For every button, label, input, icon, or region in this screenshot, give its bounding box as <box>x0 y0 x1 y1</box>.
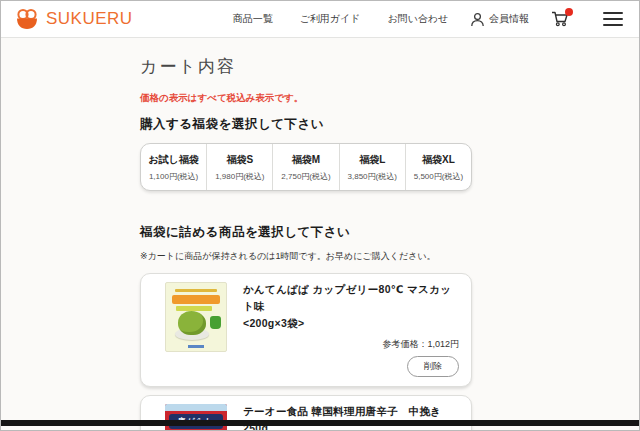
footer-bar <box>1 420 639 426</box>
account-link[interactable]: 会員情報 <box>470 12 529 27</box>
cart-button[interactable] <box>551 11 569 27</box>
bag-option-m[interactable]: 福袋M 2,750円(税込) <box>272 144 338 190</box>
main-nav: 商品一覧 ご利用ガイド お問い合わせ <box>233 12 449 26</box>
bag-option-name: お試し福袋 <box>141 153 206 167</box>
tax-included-note: 価格の表示はすべて税込み表示です。 <box>140 92 472 105</box>
bag-option-price: 1,100円(税込) <box>141 171 206 182</box>
header-actions: 会員情報 <box>470 11 623 27</box>
logo-text: SUKUERU <box>46 9 133 29</box>
site-logo[interactable]: SUKUERU <box>14 8 133 30</box>
bag-option-name: 福袋M <box>273 153 338 167</box>
bag-option-table: お試し福袋 1,100円(税込) 福袋S 1,980円(税込) 福袋M 2,75… <box>140 143 472 191</box>
cart-item-details: かんてんぱぱ カップゼリー80℃ マスカット味 <200g×3袋> 参考価格：1… <box>243 281 459 377</box>
user-icon <box>470 12 485 27</box>
reference-price: 参考価格：1,012円 <box>243 338 459 351</box>
bag-section-heading: 購入する福袋を選択して下さい <box>140 116 472 133</box>
bag-option-price: 5,500円(税込) <box>406 171 471 182</box>
main-area: カート内容 価格の表示はすべて税込み表示です。 購入する福袋を選択して下さい お… <box>1 38 639 426</box>
page-title: カート内容 <box>140 38 472 78</box>
site-header: SUKUERU 商品一覧 ご利用ガイド お問い合わせ 会員情報 <box>1 1 639 38</box>
bag-option-name: 福袋XL <box>406 153 471 167</box>
jelly-package-graphic <box>165 282 227 352</box>
nav-item-products[interactable]: 商品一覧 <box>233 12 273 26</box>
nav-item-guide[interactable]: ご利用ガイド <box>300 12 361 26</box>
product-title: テーオー食品 韓国料理用唐辛子 中挽き 250g <box>243 403 459 431</box>
product-image: 唐がらし <box>165 404 227 431</box>
bag-option-name: 福袋L <box>340 153 405 167</box>
items-section-heading: 福袋に詰める商品を選択して下さい <box>140 224 472 241</box>
bag-option-xl[interactable]: 福袋XL 5,500円(税込) <box>405 144 471 190</box>
bag-option-l[interactable]: 福袋L 3,850円(税込) <box>339 144 405 190</box>
chili-package-graphic: 唐がらし <box>165 404 227 431</box>
product-title: かんてんぱぱ カップゼリー80℃ マスカット味 <200g×3袋> <box>243 281 459 331</box>
bag-option-trial[interactable]: お試し福袋 1,100円(税込) <box>141 144 206 190</box>
cart-content: カート内容 価格の表示はすべて税込み表示です。 購入する福袋を選択して下さい お… <box>140 38 472 431</box>
bag-option-s[interactable]: 福袋S 1,980円(税込) <box>206 144 272 190</box>
nav-item-contact[interactable]: お問い合わせ <box>388 12 449 26</box>
cart-badge <box>565 8 573 16</box>
logo-bowl-icon <box>14 8 40 30</box>
cart-item-details: テーオー食品 韓国料理用唐辛子 中挽き 250g 参考価格：600円 削除 <box>243 403 459 431</box>
browser-page: SUKUERU 商品一覧 ご利用ガイド お問い合わせ 会員情報 <box>0 0 640 431</box>
bag-option-price: 2,750円(税込) <box>273 171 338 182</box>
bag-option-price: 1,980円(税込) <box>207 171 272 182</box>
account-label: 会員情報 <box>489 12 529 26</box>
cart-retention-note: ※カートに商品が保持されるのは1時間です。お早めにご購入ください。 <box>140 250 472 263</box>
bag-option-price: 3,850円(税込) <box>340 171 405 182</box>
cart-item-card: かんてんぱぱ カップゼリー80℃ マスカット味 <200g×3袋> 参考価格：1… <box>140 273 472 387</box>
hamburger-menu-icon[interactable] <box>603 12 623 27</box>
bag-option-name: 福袋S <box>207 153 272 167</box>
product-image <box>165 282 227 352</box>
delete-item-button[interactable]: 削除 <box>407 356 459 377</box>
